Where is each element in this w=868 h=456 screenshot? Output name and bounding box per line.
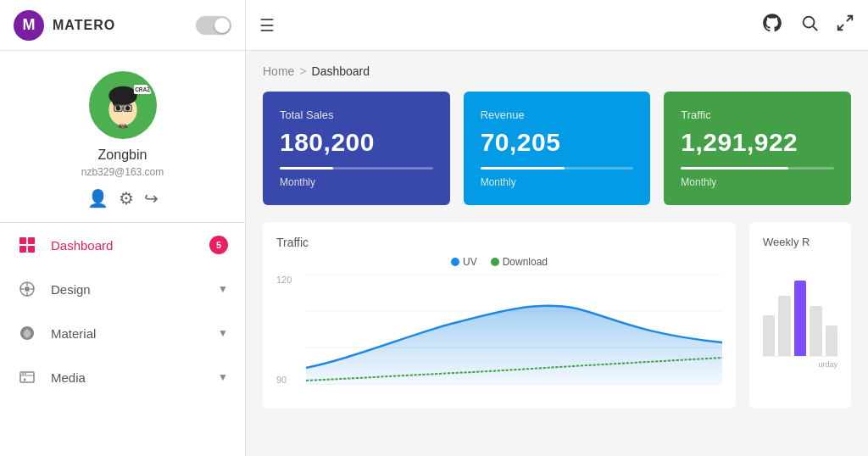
dashboard-badge: 5 [209, 236, 228, 254]
breadcrumb-separator: > [299, 64, 306, 78]
stat-card-traffic: Traffic 1,291,922 Monthly [664, 92, 851, 205]
traffic-period: Monthly [681, 176, 834, 188]
design-arrow: ▼ [218, 283, 228, 295]
sidebar-item-material[interactable]: Material ▼ [0, 311, 245, 355]
design-icon [17, 279, 37, 299]
material-arrow: ▼ [218, 327, 228, 339]
media-icon [17, 367, 37, 387]
content-area: Home > Dashboard Total Sales 180,200 Mon… [246, 51, 868, 456]
weekly-label-thu [804, 360, 815, 369]
dashboard-label: Dashboard [51, 238, 209, 253]
weekly-label-fri: urday [819, 360, 838, 369]
svg-line-26 [813, 26, 817, 31]
weekly-labels: urday [763, 360, 837, 369]
hamburger-icon[interactable]: ☰ [259, 15, 275, 36]
chart-title: Traffic [276, 236, 722, 249]
total-sales-label: Total Sales [280, 108, 433, 121]
weekly-label-wed [791, 360, 801, 369]
media-arrow: ▼ [218, 371, 228, 383]
sidebar-header: M MATERO [0, 0, 245, 51]
svg-point-24 [25, 373, 26, 375]
breadcrumb-current: Dashboard [312, 64, 370, 78]
revenue-label: Revenue [481, 108, 634, 121]
total-sales-period: Monthly [280, 176, 433, 188]
account-icon[interactable]: 👤 [87, 188, 108, 209]
avatar-svg: 🦇 CRAZ [92, 71, 154, 139]
user-actions: 👤 ⚙ ↪ [87, 188, 159, 209]
media-label: Media [51, 370, 218, 385]
svg-point-4 [115, 106, 120, 111]
settings-icon[interactable]: ⚙ [119, 188, 134, 209]
user-email: nzb329@163.com [81, 166, 164, 178]
svg-line-28 [838, 24, 843, 29]
nav-items: Dashboard 5 Design ▼ [0, 223, 245, 456]
svg-point-17 [25, 286, 30, 292]
revenue-bar-container [481, 167, 634, 170]
weekly-bar-fri [826, 325, 837, 356]
logo-icon: M [14, 10, 44, 41]
app-name: MATERO [53, 18, 196, 33]
y-label-120: 120 [276, 275, 302, 285]
theme-toggle[interactable] [196, 16, 231, 35]
svg-point-25 [804, 16, 815, 27]
svg-point-5 [125, 106, 130, 111]
dl-dot [491, 258, 499, 266]
revenue-period: Monthly [481, 176, 634, 188]
revenue-value: 70,205 [481, 128, 634, 157]
breadcrumb: Home > Dashboard [263, 64, 851, 78]
stat-card-total-sales: Total Sales 180,200 Monthly [263, 92, 450, 205]
chart-svg [306, 275, 722, 385]
breadcrumb-home[interactable]: Home [263, 64, 294, 78]
weekly-bar-thu [810, 306, 821, 357]
svg-line-27 [847, 15, 852, 20]
main-content: ☰ [246, 0, 868, 456]
traffic-bar-container [681, 167, 834, 170]
dashboard-icon [17, 235, 37, 255]
material-icon [17, 323, 37, 343]
y-label-90: 90 [276, 375, 302, 385]
weekly-panel: Weekly R urday [749, 222, 851, 409]
svg-rect-13 [28, 237, 35, 244]
top-bar-actions [761, 12, 854, 39]
total-sales-bar [280, 167, 333, 170]
sidebar-item-design[interactable]: Design ▼ [0, 267, 245, 311]
sidebar-item-media[interactable]: Media ▼ [0, 355, 245, 399]
svg-rect-14 [19, 246, 26, 253]
search-icon[interactable] [800, 14, 819, 37]
legend-download: Download [491, 256, 548, 268]
uv-dot [451, 258, 459, 266]
traffic-bar [681, 167, 787, 170]
stat-cards: Total Sales 180,200 Monthly Revenue 70,2… [263, 92, 851, 205]
weekly-bar-mon [763, 315, 775, 356]
weekly-bar-wed [794, 281, 806, 356]
sidebar: M MATERO [0, 0, 246, 456]
svg-rect-15 [28, 246, 35, 253]
total-sales-bar-container [280, 167, 433, 170]
avatar: 🦇 CRAZ [89, 71, 157, 139]
weekly-title: Weekly R [763, 236, 837, 248]
svg-text:CRAZ: CRAZ [135, 86, 150, 92]
traffic-value: 1,291,922 [681, 128, 834, 157]
user-section: 🦇 CRAZ Zongbin nzb329@163.com 👤 ⚙ ↪ [0, 51, 245, 223]
weekly-bar-container [763, 255, 837, 357]
bottom-panels: Traffic UV Download 120 90 [263, 222, 851, 409]
stat-card-revenue: Revenue 70,205 Monthly [464, 92, 651, 205]
weekly-label-mon [763, 360, 773, 369]
logout-icon[interactable]: ↪ [144, 188, 159, 209]
dl-label: Download [503, 256, 548, 268]
weekly-bar-tue [778, 296, 790, 356]
sidebar-item-dashboard[interactable]: Dashboard 5 [0, 223, 245, 267]
user-name: Zongbin [98, 147, 147, 163]
chart-legend: UV Download [276, 256, 722, 268]
svg-point-23 [22, 373, 24, 375]
svg-text:🦇: 🦇 [118, 121, 128, 131]
total-sales-value: 180,200 [280, 128, 433, 157]
github-icon[interactable] [761, 12, 783, 39]
traffic-chart-panel: Traffic UV Download 120 90 [263, 222, 736, 409]
chart-y-labels: 120 90 [276, 275, 302, 385]
revenue-bar [481, 167, 565, 170]
svg-rect-12 [19, 237, 26, 244]
chart-area: 120 90 [276, 275, 722, 385]
fullscreen-icon[interactable] [836, 14, 854, 37]
traffic-label: Traffic [681, 108, 834, 121]
